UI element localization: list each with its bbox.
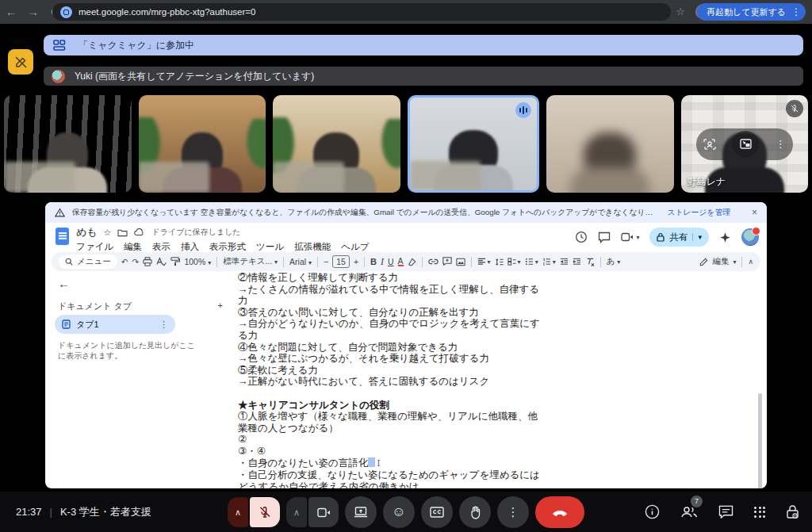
host-controls-lock-icon[interactable] [786, 504, 799, 519]
font-size-field[interactable]: 15 [332, 255, 350, 268]
browser-forward-icon[interactable]: → [22, 6, 44, 18]
checklist-icon [508, 258, 516, 266]
line-spacing-icon[interactable] [495, 258, 504, 266]
document-tab-1[interactable]: タブ1 ⋮ [55, 315, 175, 334]
participant-tile[interactable]: ⋮ [546, 95, 674, 193]
raise-hand-button[interactable] [459, 496, 491, 528]
people-panel-button[interactable]: 7 [680, 506, 698, 519]
increase-indent-icon[interactable] [573, 258, 581, 266]
reactions-button[interactable]: ☺ [383, 496, 415, 528]
bold-button[interactable]: B [370, 257, 377, 266]
annotation-toggle-button[interactable] [8, 49, 33, 75]
chat-icon[interactable] [718, 505, 733, 519]
mic-mute-button[interactable] [250, 497, 280, 527]
collapse-toolbar-icon[interactable]: ∧ [748, 258, 753, 266]
manage-storage-link[interactable]: ストレージを管理 [667, 208, 730, 218]
gemini-icon[interactable] [719, 232, 731, 243]
mic-off-icon [259, 506, 271, 519]
browser-back-icon[interactable]: ← [0, 6, 22, 18]
toolbar-search-menu[interactable]: メニュー [59, 255, 117, 269]
docs-menu-item[interactable]: 編集 [124, 241, 142, 253]
highlight-color-icon[interactable] [408, 258, 416, 266]
share-button[interactable]: 共有 ▾ [649, 228, 709, 247]
docs-menu-item[interactable]: ヘルプ [341, 241, 369, 253]
italic-button[interactable]: I [381, 256, 384, 268]
docs-toolbar: メニュー ↶ ↷ 100% ▾ 標準テキス... ▾ Arial ▾ − 15 … [52, 252, 760, 271]
browser-menu-icon[interactable]: ⋮ [791, 6, 801, 17]
clear-formatting-icon[interactable] [585, 258, 595, 266]
paragraph-style-select[interactable]: 標準テキス... ▾ [223, 256, 278, 267]
document-editing-area[interactable]: ②情報を正しく理解して判断する力I →たくさんの情報が溢れている中で情報を正しく… [238, 272, 535, 488]
banner-close-icon[interactable]: × [752, 207, 757, 218]
zoom-select[interactable]: 100% ▾ [184, 257, 211, 266]
end-call-button[interactable] [535, 496, 584, 528]
move-folder-icon[interactable] [117, 228, 128, 237]
bookmark-star-icon[interactable]: ☆ [676, 6, 685, 17]
underline-button[interactable]: U [388, 257, 394, 266]
document-tabs-panel: ← ドキュメント タブ + タブ1 ⋮ ドキュメントに追加した見出しがここに表示… [45, 272, 234, 488]
redo-icon[interactable]: ↷ [132, 257, 140, 266]
participant-tile[interactable]: ⋮ 野島レナ [681, 95, 809, 193]
camera-options-caret[interactable]: ∧ [286, 497, 307, 527]
insert-link-icon[interactable] [428, 258, 439, 265]
docs-menu-item[interactable]: ツール [256, 241, 284, 253]
docs-menu-item[interactable]: 表示形式 [209, 241, 246, 253]
more-options-button[interactable]: ⋮ [497, 496, 529, 528]
font-size-increase[interactable]: + [354, 257, 358, 266]
document-title[interactable]: めも [76, 225, 98, 239]
docs-account-avatar[interactable] [741, 228, 759, 246]
insert-image-icon[interactable] [456, 258, 465, 266]
font-size-decrease[interactable]: − [324, 257, 328, 266]
font-select[interactable]: Arial ▾ [289, 257, 312, 266]
add-tab-button[interactable]: + [218, 300, 223, 312]
tabs-panel-back-icon[interactable]: ← [58, 277, 70, 290]
tile-more-options-icon[interactable]: ⋮ [776, 138, 786, 150]
frame-person-icon[interactable] [703, 139, 716, 150]
activities-icon[interactable] [754, 507, 765, 518]
editing-mode-select[interactable]: 編集 ▾ [699, 256, 736, 267]
align-select[interactable]: ▾ [477, 258, 491, 266]
comments-icon[interactable] [598, 232, 611, 243]
mic-options-caret[interactable]: ∧ [228, 497, 248, 527]
text-color-button[interactable]: A [398, 257, 404, 266]
paint-format-icon[interactable] [170, 257, 180, 266]
share-dropdown-icon[interactable]: ▾ [692, 233, 702, 241]
picture-in-picture-button[interactable] [732, 131, 759, 158]
tab-options-icon[interactable]: ⋮ [159, 320, 168, 330]
document-scrollbar[interactable] [758, 393, 762, 488]
decrease-indent-icon[interactable] [560, 258, 569, 266]
docs-menu-item[interactable]: 表示 [152, 241, 170, 253]
version-history-icon[interactable] [575, 231, 588, 243]
divider: | [50, 506, 52, 518]
spell-check-icon[interactable] [156, 257, 167, 266]
participant-tile[interactable]: ⋮ [273, 95, 400, 193]
docs-menu-item[interactable]: 挿入 [181, 241, 199, 253]
document-text-line: ③・④I [238, 446, 535, 457]
chrome-update-button[interactable]: 再起動して更新する ⋮ [697, 3, 806, 21]
document-text-line: →たくさんの情報が溢れている中で情報を正しく理解し、自律するI [238, 284, 535, 296]
numbered-list-select[interactable]: ▾ [542, 258, 556, 266]
input-tools-select[interactable]: あ ▾ [607, 256, 621, 267]
star-document-icon[interactable]: ☆ [104, 228, 112, 238]
participant-tile[interactable]: ⋮ [139, 95, 266, 193]
cloud-saved-icon[interactable] [134, 228, 145, 236]
undo-icon[interactable]: ↶ [121, 257, 128, 266]
meeting-details-icon[interactable] [645, 504, 660, 519]
google-docs-icon[interactable] [56, 228, 69, 245]
meet-presentation-control[interactable]: ▾ [621, 232, 639, 242]
present-screen-button[interactable] [345, 496, 377, 528]
participant-tile[interactable]: ⋮ [408, 95, 540, 193]
checklist-select[interactable]: ▾ [508, 258, 521, 266]
camera-toggle-button[interactable] [308, 497, 339, 527]
docs-menu-item[interactable]: 拡張機能 [294, 241, 331, 253]
docs-menu-item[interactable]: ファイル [76, 241, 113, 253]
address-bar[interactable]: meet.google.com/mrg-pbbc-xtg?authuser=0 [52, 3, 671, 21]
blur-patch [139, 162, 210, 193]
bulleted-list-select[interactable]: ▾ [525, 258, 538, 266]
numbered-list-icon [542, 258, 551, 266]
participant-tile[interactable]: ⋮ [4, 95, 132, 193]
add-comment-icon[interactable] [442, 257, 452, 266]
print-icon[interactable] [143, 257, 152, 266]
present-screen-icon [354, 506, 368, 519]
captions-button[interactable] [421, 496, 453, 528]
